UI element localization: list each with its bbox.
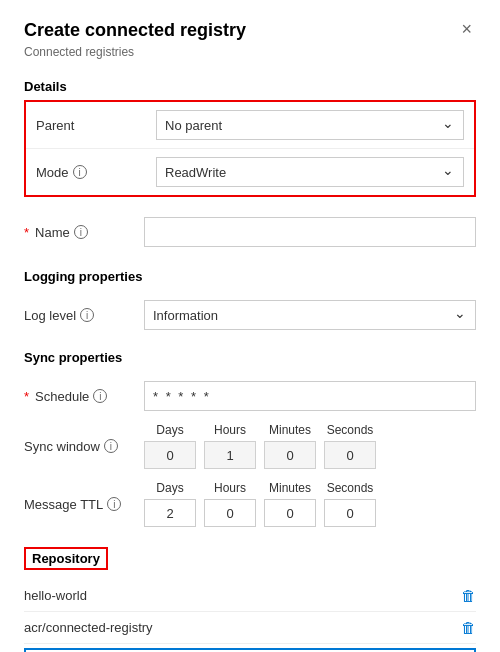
log-level-info-icon[interactable]: i <box>80 308 94 322</box>
sync-section-title: Sync properties <box>24 350 476 365</box>
log-level-select-wrapper: Information <box>144 300 476 330</box>
sync-window-seconds-label: Seconds <box>327 423 374 437</box>
schedule-info-icon[interactable]: i <box>93 389 107 403</box>
mode-label: Mode i <box>36 165 156 180</box>
message-ttl-minutes-col: Minutes <box>264 481 316 527</box>
details-section-title: Details <box>24 79 476 94</box>
sync-window-minutes-input[interactable] <box>264 441 316 469</box>
create-connected-registry-panel: Create connected registry × Connected re… <box>0 0 500 652</box>
schedule-input[interactable] <box>144 381 476 411</box>
name-input[interactable] <box>144 217 476 247</box>
mode-select[interactable]: ReadWrite <box>156 157 464 187</box>
schedule-label: * Schedule i <box>24 389 144 404</box>
log-level-row: Log level i Information <box>24 294 476 336</box>
sync-window-hours-input[interactable] <box>204 441 256 469</box>
panel-title: Create connected registry <box>24 20 246 41</box>
sync-window-info-icon[interactable]: i <box>104 439 118 453</box>
message-ttl-hours-label: Hours <box>214 481 246 495</box>
sync-window-row: Sync window i Days Hours Minutes Seconds <box>24 417 476 475</box>
name-required-star: * <box>24 225 29 240</box>
panel-header: Create connected registry × <box>24 20 476 41</box>
message-ttl-seconds-input[interactable] <box>324 499 376 527</box>
close-button[interactable]: × <box>457 20 476 38</box>
repo-delete-icon[interactable]: 🗑 <box>461 587 476 604</box>
name-control <box>144 217 476 247</box>
logging-section: Logging properties Log level i Informati… <box>24 269 476 336</box>
details-box: Parent No parent Mode i <box>24 100 476 197</box>
sync-window-days-col: Days <box>144 423 196 469</box>
sync-window-seconds-input[interactable] <box>324 441 376 469</box>
sync-window-seconds-col: Seconds <box>324 423 376 469</box>
schedule-control <box>144 381 476 411</box>
repository-input-row <box>24 648 476 652</box>
message-ttl-seconds-label: Seconds <box>327 481 374 495</box>
name-field-row: * Name i <box>24 209 476 255</box>
message-ttl-days-col: Days <box>144 481 196 527</box>
repository-section: Repository hello-world 🗑 acr/connected-r… <box>24 547 476 652</box>
parent-field-row: Parent No parent <box>26 102 474 149</box>
message-ttl-days-input[interactable] <box>144 499 196 527</box>
repository-section-title: Repository <box>32 551 100 566</box>
sync-window-minutes-col: Minutes <box>264 423 316 469</box>
details-section: Details Parent No parent Mode <box>24 79 476 255</box>
log-level-label: Log level i <box>24 308 144 323</box>
name-info-icon[interactable]: i <box>74 225 88 239</box>
sync-window-minutes-label: Minutes <box>269 423 311 437</box>
message-ttl-seconds-col: Seconds <box>324 481 376 527</box>
sync-window-label: Sync window i <box>24 439 144 454</box>
mode-control: ReadWrite <box>156 157 464 187</box>
message-ttl-columns: Days Hours Minutes Seconds <box>144 481 476 527</box>
message-ttl-info-icon[interactable]: i <box>107 497 121 511</box>
log-level-select[interactable]: Information <box>144 300 476 330</box>
repo-name: acr/connected-registry <box>24 620 153 635</box>
parent-select-wrapper: No parent <box>156 110 464 140</box>
mode-info-icon[interactable]: i <box>73 165 87 179</box>
message-ttl-hours-col: Hours <box>204 481 256 527</box>
panel-subtitle: Connected registries <box>24 45 476 59</box>
repo-list-item: hello-world 🗑 <box>24 580 476 612</box>
sync-window-hours-col: Hours <box>204 423 256 469</box>
logging-section-title: Logging properties <box>24 269 476 284</box>
sync-window-days-label: Days <box>156 423 183 437</box>
message-ttl-minutes-input[interactable] <box>264 499 316 527</box>
repo-name: hello-world <box>24 588 87 603</box>
message-ttl-hours-input[interactable] <box>204 499 256 527</box>
mode-field-row: Mode i ReadWrite <box>26 149 474 195</box>
message-ttl-minutes-label: Minutes <box>269 481 311 495</box>
schedule-required-star: * <box>24 389 29 404</box>
name-label: * Name i <box>24 225 144 240</box>
log-level-control: Information <box>144 300 476 330</box>
repo-list-item: acr/connected-registry 🗑 <box>24 612 476 644</box>
repository-title-box: Repository <box>24 547 108 570</box>
sync-window-hours-label: Hours <box>214 423 246 437</box>
sync-window-columns: Days Hours Minutes Seconds <box>144 423 476 469</box>
parent-control: No parent <box>156 110 464 140</box>
parent-select[interactable]: No parent <box>156 110 464 140</box>
mode-select-wrapper: ReadWrite <box>156 157 464 187</box>
parent-label: Parent <box>36 118 156 133</box>
sync-section: Sync properties * Schedule i Sync window… <box>24 350 476 533</box>
repo-delete-icon[interactable]: 🗑 <box>461 619 476 636</box>
sync-window-days-input[interactable] <box>144 441 196 469</box>
schedule-row: * Schedule i <box>24 375 476 417</box>
repository-list: hello-world 🗑 acr/connected-registry 🗑 <box>24 580 476 644</box>
message-ttl-row: Message TTL i Days Hours Minutes Seconds <box>24 475 476 533</box>
message-ttl-label: Message TTL i <box>24 497 144 512</box>
message-ttl-days-label: Days <box>156 481 183 495</box>
